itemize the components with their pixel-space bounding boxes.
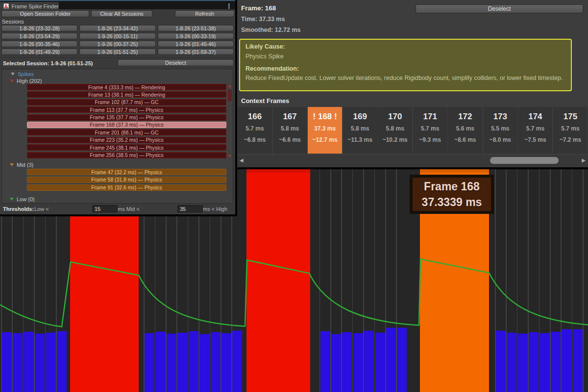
context-frame-smoothed: ~11.3 ms — [347, 136, 372, 143]
context-frame-card[interactable]: ! 168 ! 37.3 ms ~12.7 ms — [308, 107, 342, 154]
context-frame-smoothed: ~10.2 ms — [383, 136, 408, 143]
likely-cause-box: Likely Cause: Physics Spike Recommendati… — [239, 39, 572, 91]
context-frame-smoothed: ~8.6 ms — [454, 136, 476, 143]
context-frame-ms: 5.7 ms — [526, 125, 544, 132]
mid-foldout[interactable]: Mid (3) — [10, 162, 33, 168]
context-frame-number: 167 — [283, 112, 296, 122]
context-frame-ms: 5.8 ms — [281, 125, 299, 132]
high-spike-list: Frame 4 (333.3 ms) — RenderingFrame 13 (… — [27, 84, 226, 158]
deselect-frame-button[interactable]: Deselect — [416, 4, 583, 13]
foldout-arrow-icon — [10, 163, 14, 166]
context-frame-smoothed: ~7.2 ms — [560, 136, 581, 143]
context-frame-ms: 5.8 ms — [351, 125, 369, 132]
context-frame-number: 166 — [248, 112, 262, 122]
context-frame-number: 169 — [353, 112, 367, 122]
spike-row[interactable]: Frame 113 (37.7 ms) — Physics — [27, 106, 226, 113]
context-frame-card[interactable]: 166 5.7 ms ~6.8 ms — [238, 107, 272, 154]
context-frame-ms: 5.7 ms — [561, 125, 579, 132]
scroll-left-icon[interactable]: ◀ — [240, 157, 244, 163]
spike-row[interactable]: Frame 91 (32.6 ms) — Physics — [27, 184, 226, 191]
session-button[interactable]: 1-8-26 (23-54-29) — [1, 33, 77, 39]
context-frame-smoothed: ~6.8 ms — [244, 136, 266, 143]
deselect-session-button[interactable]: Deselect — [118, 59, 234, 66]
frame-spike-icon — [3, 3, 9, 9]
low-foldout[interactable]: Low (0) — [10, 196, 35, 202]
context-frame-card[interactable]: 173 5.5 ms ~8.0 ms — [483, 107, 517, 154]
session-button[interactable]: 1-9-26 (01-49-29) — [1, 49, 77, 55]
frame-details-panel: Frame: 168 Time: 37.33 ms Smoothed: 12.7… — [237, 0, 588, 169]
open-session-folder-button[interactable]: Open Session Folder — [1, 10, 89, 17]
context-frame-card[interactable]: 174 5.7 ms ~7.5 ms — [518, 107, 552, 154]
context-frame-number: 170 — [388, 112, 402, 122]
context-frame-card[interactable]: 167 5.8 ms ~6.6 ms — [273, 107, 307, 154]
high-foldout-label: High (202) — [17, 78, 42, 84]
session-button[interactable]: 1-9-26 (01-59-37) — [158, 49, 234, 55]
context-frame-ms: 5.5 ms — [491, 125, 509, 132]
mid-foldout-label: Mid (3) — [17, 162, 33, 168]
spike-row[interactable]: Frame 256 (38.5 ms) — Physics — [27, 152, 226, 158]
context-frame-smoothed: ~12.7 ms — [313, 136, 338, 143]
frame-time-label: Time: 37.33 ms — [241, 16, 285, 23]
mid-threshold-input[interactable] — [177, 205, 203, 212]
context-frame-card[interactable]: 170 5.8 ms ~10.2 ms — [378, 107, 412, 154]
spike-row[interactable]: Frame 201 (88.1 ms) — GC — [27, 129, 226, 135]
session-button[interactable]: 1-8-26 (23-51-38) — [158, 25, 234, 31]
spike-row[interactable]: Frame 135 (37.7 ms) — Physics — [27, 114, 226, 121]
foldout-arrow-icon — [10, 198, 14, 201]
session-button[interactable]: 1-9-26 (00-35-46) — [1, 41, 77, 47]
session-button[interactable]: 1-9-26 (00-15-11) — [79, 33, 155, 39]
session-button[interactable]: 1-8-26 (23-34-42) — [79, 25, 155, 31]
session-button[interactable]: 1-8-26 (23-32-28) — [1, 25, 77, 31]
tooltip-frame-ms: 37.3339 ms — [422, 194, 482, 210]
context-scrollbar[interactable]: ◀ ▶ — [237, 155, 588, 167]
low-foldout-label: Low (0) — [17, 196, 35, 202]
context-frame-number: 174 — [528, 112, 542, 122]
context-frame-number: 175 — [564, 112, 577, 122]
context-frame-smoothed: ~8.0 ms — [490, 136, 511, 143]
session-button[interactable]: 1-9-26 (01-45-46) — [158, 41, 234, 47]
panel-menu-icon[interactable]: ⋮ — [226, 2, 232, 10]
spike-row[interactable]: Frame 223 (35.2 ms) — Physics — [27, 137, 226, 143]
context-frame-card[interactable]: 175 5.7 ms ~7.2 ms — [553, 107, 588, 154]
divider — [0, 57, 235, 58]
spikes-foldout-label: Spikes — [18, 71, 34, 77]
spike-row[interactable]: Frame 58 (31.8 ms) — Physics — [27, 177, 226, 183]
tooltip-frame-number: Frame 168 — [424, 179, 480, 194]
context-frame-card[interactable]: 171 5.7 ms ~9.3 ms — [413, 107, 447, 154]
context-frame-ms: 5.7 ms — [245, 125, 264, 132]
session-button[interactable]: 1-9-26 (00-37-25) — [79, 41, 155, 47]
context-scrollbar-thumb[interactable] — [490, 157, 559, 164]
spike-row[interactable]: Frame 102 (87.7 ms) — GC — [27, 99, 226, 105]
likely-cause-value: Physics Spike — [245, 52, 565, 61]
spike-row[interactable]: Frame 47 (32.2 ms) — Physics — [27, 169, 226, 175]
context-frame-card[interactable]: 169 5.8 ms ~11.3 ms — [343, 107, 377, 154]
session-button[interactable]: 1-9-26 (01-51-25) — [79, 49, 155, 55]
spike-row[interactable]: Frame 13 (38.1 ms) — Rendering — [27, 91, 226, 98]
refresh-button[interactable]: Refresh — [175, 10, 234, 17]
scrollbar-thumb[interactable] — [228, 89, 232, 102]
scroll-down-icon[interactable] — [228, 155, 231, 157]
spike-row[interactable]: Frame 168 (37.3 ms) — Physics — [27, 122, 226, 128]
selected-session-label: Selected Session: 1-9-26 (01-51-25) — [3, 60, 93, 66]
session-button[interactable]: 1-9-26 (00-33-19) — [158, 33, 234, 39]
context-frame-ms: 37.3 ms — [314, 125, 336, 132]
recommendation-title: Recommendation: — [245, 65, 565, 72]
spike-row[interactable]: Frame 4 (333.3 ms) — Rendering — [27, 84, 226, 90]
spike-row[interactable]: Frame 245 (38.1 ms) — Physics — [27, 144, 226, 151]
low-threshold-input[interactable] — [92, 205, 118, 212]
context-frames-strip: 166 5.7 ms ~6.8 ms 167 5.8 ms ~6.6 ms ! … — [238, 107, 588, 154]
scroll-up-icon[interactable] — [228, 85, 231, 87]
chart-tooltip-body: Frame 16837.3339 ms — [413, 178, 491, 211]
high-foldout[interactable]: High (202) — [10, 78, 42, 84]
context-frame-ms: 5.6 ms — [456, 125, 474, 132]
context-frame-card[interactable]: 172 5.6 ms ~8.6 ms — [448, 107, 482, 154]
sessions-label: Sessions — [2, 19, 24, 25]
clear-all-sessions-button[interactable]: Clear All Sessions — [91, 10, 152, 17]
context-frame-ms: 5.8 ms — [386, 125, 404, 132]
spike-list-scrollbar[interactable] — [228, 84, 232, 158]
scroll-right-icon[interactable]: ▶ — [582, 157, 586, 163]
foldout-arrow-icon — [11, 73, 15, 76]
context-frame-number: ! 168 ! — [313, 112, 337, 122]
spikes-foldout[interactable]: Spikes — [11, 71, 34, 77]
tab-frame-spike-finder[interactable]: Frame Spike Finder — [0, 2, 59, 10]
